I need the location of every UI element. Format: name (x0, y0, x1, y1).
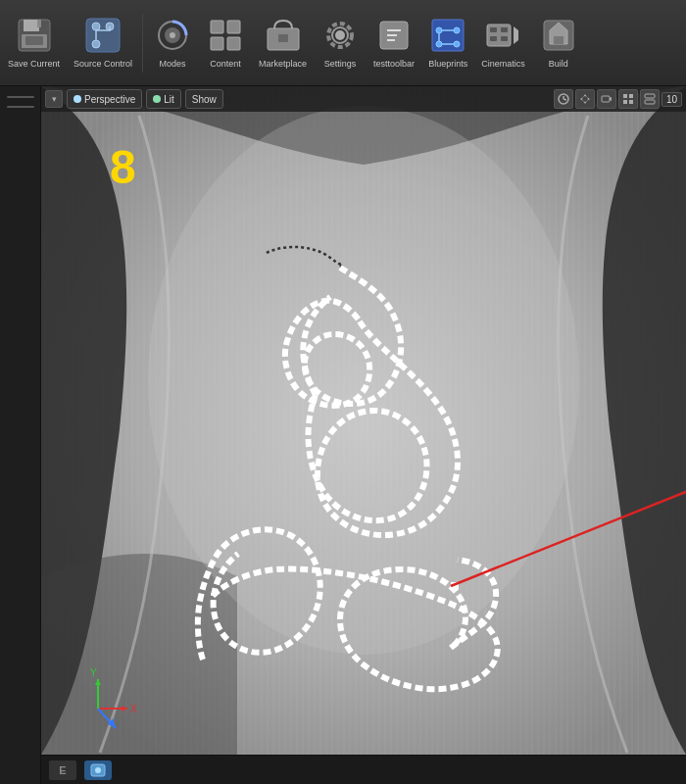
main-toolbar: Save Current Source Control Mo (0, 0, 686, 86)
svg-point-27 (436, 27, 442, 33)
viewport-container: ▾ Perspective Lit Show (0, 86, 686, 784)
source-control-icon (83, 16, 122, 55)
main-viewport[interactable]: ▾ Perspective Lit Show (41, 86, 686, 784)
toolbar-build[interactable]: Build (533, 5, 584, 81)
left-panel-line-1 (7, 96, 34, 98)
svg-point-28 (454, 27, 460, 33)
toolbar-cinematics[interactable]: Cinematics (475, 5, 531, 81)
svg-rect-14 (227, 21, 240, 33)
left-panel (0, 86, 41, 784)
toolbar-modes[interactable]: Modes (147, 5, 198, 81)
svg-point-29 (436, 41, 442, 47)
testtoolbar-label: testtoolbar (373, 59, 415, 70)
lit-tag[interactable]: Lit (146, 89, 181, 109)
svg-rect-39 (501, 36, 508, 41)
svg-rect-55 (629, 100, 633, 104)
marketplace-icon (264, 16, 303, 55)
show-tag[interactable]: Show (185, 89, 223, 109)
viewport-speed-value: 10 (662, 92, 682, 107)
show-label: Show (192, 94, 217, 105)
save-current-label: Save Current (8, 59, 60, 70)
svg-point-6 (92, 23, 100, 30)
svg-marker-35 (514, 26, 518, 44)
svg-rect-54 (623, 100, 627, 104)
lit-dot (153, 95, 161, 103)
viewport-move-btn[interactable] (575, 89, 595, 109)
svg-rect-18 (278, 34, 288, 42)
perspective-label: Perspective (84, 94, 135, 105)
viewport-topbar: ▾ Perspective Lit Show (41, 86, 686, 112)
svg-rect-4 (25, 36, 43, 45)
left-panel-line-2 (7, 106, 34, 108)
svg-rect-41 (554, 36, 564, 44)
toolbar-content[interactable]: Content (200, 5, 251, 81)
svg-point-19 (335, 30, 345, 40)
build-label: Build (549, 59, 568, 70)
modes-icon (153, 16, 192, 55)
perspective-tag[interactable]: Perspective (67, 89, 142, 109)
modes-label: Modes (160, 59, 186, 70)
viewport-right-controls: 10 (554, 89, 682, 109)
cinematics-icon (483, 16, 522, 55)
svg-point-30 (454, 41, 460, 47)
svg-rect-16 (227, 37, 240, 50)
svg-rect-2 (37, 20, 41, 27)
save-current-icon (15, 16, 54, 55)
svg-rect-38 (490, 36, 497, 41)
svg-text:Y: Y (90, 667, 97, 678)
red-axis-line (451, 483, 686, 586)
svg-line-49 (564, 99, 566, 100)
cinematics-label: Cinematics (481, 59, 525, 70)
toolbar-source-control[interactable]: Source Control (68, 5, 138, 81)
svg-rect-37 (501, 27, 508, 32)
build-icon (539, 16, 578, 55)
svg-rect-52 (623, 94, 627, 98)
marketplace-label: Marketplace (259, 59, 307, 70)
toolbar-settings[interactable]: Settings (315, 5, 366, 81)
viewport-grid-btn[interactable] (618, 89, 638, 109)
svg-point-8 (92, 40, 100, 48)
settings-icon (320, 16, 360, 55)
svg-marker-62 (95, 679, 101, 685)
toolbar-testtoolbar[interactable]: testtoolbar (368, 5, 420, 81)
testtoolbar-icon (374, 16, 414, 55)
content-label: Content (210, 59, 241, 70)
viewport-camera-btn[interactable] (597, 89, 616, 109)
settings-label: Settings (324, 59, 357, 70)
coordinate-axes: X Y (90, 667, 137, 728)
svg-rect-56 (645, 94, 655, 98)
svg-rect-53 (629, 94, 633, 98)
toolbar-save-current[interactable]: Save Current (2, 5, 66, 81)
toolbar-blueprints[interactable]: Blueprints (422, 5, 473, 81)
svg-rect-36 (490, 27, 497, 32)
svg-rect-13 (211, 21, 223, 33)
svg-rect-15 (211, 37, 223, 50)
svg-text:X: X (130, 704, 137, 714)
source-control-label: Source Control (74, 59, 132, 70)
spline-path: X Y (41, 86, 686, 784)
viewport-realtime-btn[interactable] (554, 89, 573, 109)
svg-point-12 (170, 32, 175, 38)
perspective-dot (74, 95, 81, 103)
lit-label: Lit (164, 94, 174, 105)
svg-marker-59 (122, 706, 127, 711)
svg-rect-50 (602, 96, 610, 102)
svg-rect-57 (645, 100, 655, 104)
blueprints-label: Blueprints (428, 59, 467, 70)
blueprints-icon (428, 16, 467, 55)
viewport-layout-btn[interactable] (640, 89, 660, 109)
svg-rect-1 (24, 20, 39, 31)
toolbar-marketplace[interactable]: Marketplace (253, 5, 313, 81)
viewport-dropdown-btn[interactable]: ▾ (45, 90, 63, 108)
svg-rect-5 (86, 19, 120, 52)
content-icon (206, 16, 245, 55)
